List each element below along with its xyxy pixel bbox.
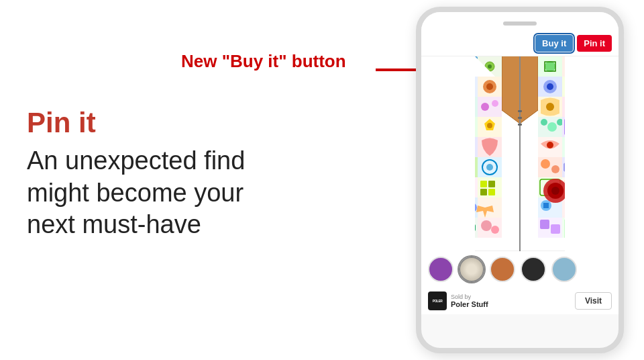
phone-speaker bbox=[503, 21, 537, 26]
svg-rect-43 bbox=[488, 189, 495, 195]
svg-point-37 bbox=[486, 164, 493, 171]
seller-name: Poler Stuff bbox=[451, 300, 488, 308]
buttons-row: Buy it Pin it bbox=[421, 31, 619, 56]
tagline-line1: An unexpected find bbox=[27, 146, 245, 175]
seller-info: POLER Sold by Poler Stuff bbox=[428, 291, 488, 310]
svg-rect-92 bbox=[540, 220, 549, 229]
pin-it-button[interactable]: Pin it bbox=[577, 35, 612, 52]
svg-point-22 bbox=[492, 100, 498, 107]
seller-row: POLER Sold by Poler Stuff Visit bbox=[421, 287, 619, 314]
svg-point-98 bbox=[551, 187, 559, 195]
svg-point-18 bbox=[486, 83, 493, 90]
swatch-brown[interactable] bbox=[490, 257, 515, 282]
svg-rect-41 bbox=[488, 181, 495, 187]
svg-point-52 bbox=[481, 220, 492, 231]
pin-it-heading: Pin it bbox=[27, 107, 309, 138]
svg-point-21 bbox=[481, 103, 489, 111]
svg-point-68 bbox=[541, 119, 547, 126]
svg-point-12 bbox=[488, 64, 492, 69]
swatch-pattern[interactable] bbox=[459, 257, 484, 282]
svg-rect-6 bbox=[518, 124, 522, 126]
annotation-label: New "Buy it" button bbox=[181, 51, 346, 72]
svg-point-78 bbox=[541, 159, 550, 169]
seller-logo: POLER bbox=[428, 291, 447, 310]
svg-rect-42 bbox=[480, 189, 487, 195]
product-image bbox=[421, 56, 619, 251]
svg-point-60 bbox=[547, 83, 553, 90]
seller-logo-text: POLER bbox=[433, 299, 443, 303]
tagline: An unexpected find might become your nex… bbox=[27, 145, 309, 241]
buy-it-button[interactable]: Buy it bbox=[535, 35, 573, 52]
visit-button[interactable]: Visit bbox=[575, 292, 612, 310]
tagline-line3: next must-have bbox=[27, 210, 201, 238]
swatch-lightblue[interactable] bbox=[551, 257, 577, 282]
swatch-black[interactable] bbox=[521, 257, 546, 282]
tagline-line2: might become your bbox=[27, 179, 244, 207]
svg-rect-40 bbox=[480, 181, 487, 187]
phone-mockup: Buy it Pin it bbox=[416, 7, 624, 353]
svg-point-75 bbox=[547, 142, 553, 148]
svg-point-69 bbox=[547, 122, 557, 132]
svg-point-55 bbox=[545, 61, 555, 72]
swatch-purple[interactable] bbox=[428, 257, 453, 282]
sold-by-label: Sold by bbox=[451, 294, 488, 300]
seller-text: Sold by Poler Stuff bbox=[451, 294, 488, 308]
svg-point-65 bbox=[546, 103, 554, 111]
svg-rect-4 bbox=[518, 110, 522, 112]
left-content: Pin it An unexpected find might become y… bbox=[27, 107, 309, 241]
svg-point-28 bbox=[487, 123, 492, 128]
svg-rect-5 bbox=[518, 117, 522, 119]
svg-point-79 bbox=[551, 165, 559, 173]
svg-rect-93 bbox=[551, 224, 560, 234]
swatches-row bbox=[421, 251, 619, 287]
svg-point-53 bbox=[491, 226, 499, 234]
